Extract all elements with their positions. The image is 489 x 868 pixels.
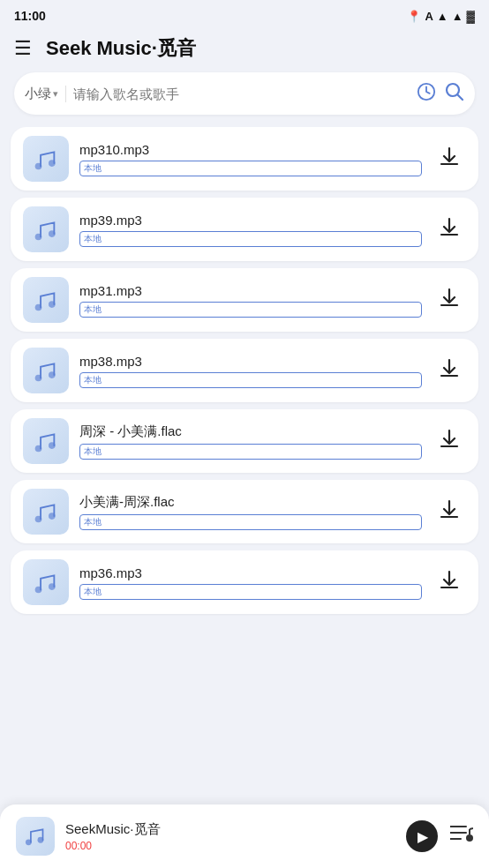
song-badge: 本地 — [79, 161, 422, 176]
svg-point-12 — [35, 375, 42, 382]
song-badge: 本地 — [79, 514, 422, 530]
assistant-icon: A — [425, 10, 433, 23]
signal-icon: ▲ — [452, 10, 463, 23]
song-title: mp39.mp3 — [79, 213, 422, 228]
search-input[interactable] — [73, 86, 417, 101]
download-button[interactable] — [433, 283, 466, 317]
song-info: mp31.mp3 本地 — [79, 283, 422, 318]
download-button[interactable] — [433, 565, 466, 599]
wifi-icon: ▲ — [437, 10, 448, 23]
song-title: 小美满-周深.flac — [79, 494, 422, 511]
list-item[interactable]: 小美满-周深.flac 本地 — [11, 480, 478, 543]
svg-point-16 — [49, 442, 56, 449]
list-item[interactable]: mp36.mp3 本地 — [11, 550, 478, 614]
play-button[interactable]: ▶ — [406, 820, 438, 852]
playlist-icon[interactable] — [450, 824, 473, 849]
song-info: 周深 - 小美满.flac 本地 — [79, 423, 422, 460]
song-title: mp310.mp3 — [79, 142, 422, 157]
song-badge: 本地 — [79, 372, 422, 388]
song-info: 小美满-周深.flac 本地 — [79, 494, 422, 530]
song-info: mp38.mp3 本地 — [79, 354, 422, 388]
svg-point-21 — [35, 587, 42, 594]
song-info: mp310.mp3 本地 — [79, 142, 422, 176]
list-item[interactable]: mp39.mp3 本地 — [11, 198, 478, 261]
download-button[interactable] — [433, 213, 466, 246]
svg-point-25 — [38, 837, 44, 843]
chevron-down-icon: ▾ — [53, 88, 58, 100]
album-art — [23, 136, 69, 182]
menu-icon[interactable]: ☰ — [14, 39, 32, 58]
svg-point-13 — [49, 371, 56, 378]
album-art — [23, 418, 69, 464]
source-selector[interactable]: 小绿 ▾ — [25, 86, 66, 102]
svg-point-22 — [49, 583, 56, 590]
download-button[interactable] — [433, 424, 466, 458]
song-badge: 本地 — [79, 302, 422, 318]
song-badge: 本地 — [79, 231, 422, 247]
svg-point-19 — [49, 513, 56, 520]
svg-point-7 — [49, 230, 56, 237]
svg-point-9 — [35, 304, 42, 311]
download-button[interactable] — [433, 495, 466, 528]
player-album-art — [16, 817, 55, 856]
list-item[interactable]: 周深 - 小美满.flac 本地 — [11, 409, 478, 473]
search-bar: 小绿 ▾ — [14, 72, 475, 115]
song-badge: 本地 — [79, 584, 422, 600]
app-title: Seek Music·觅音 — [46, 35, 196, 62]
bottom-player: SeekMusic·觅音 00:00 ▶ — [0, 804, 489, 868]
album-art — [23, 348, 69, 393]
list-item[interactable]: mp38.mp3 本地 — [11, 339, 478, 402]
status-bar: 11:00 📍 A ▲ ▲ ▓ — [0, 0, 489, 28]
svg-point-15 — [35, 445, 42, 453]
status-icons: 📍 A ▲ ▲ ▓ — [407, 10, 475, 23]
location-icon: 📍 — [407, 10, 421, 23]
status-time: 11:00 — [14, 9, 46, 23]
svg-line-2 — [458, 95, 463, 101]
svg-line-31 — [470, 828, 473, 829]
player-controls: ▶ — [406, 820, 473, 852]
song-badge: 本地 — [79, 444, 422, 460]
song-list: mp310.mp3 本地 mp39.mp3 本地 — [0, 127, 489, 868]
list-item[interactable]: mp31.mp3 本地 — [11, 268, 478, 332]
svg-point-24 — [26, 839, 32, 845]
song-title: mp38.mp3 — [79, 354, 422, 369]
svg-point-18 — [35, 516, 42, 523]
svg-point-29 — [466, 834, 473, 842]
search-icon[interactable] — [443, 80, 464, 107]
song-info: mp36.mp3 本地 — [79, 565, 422, 600]
song-title: mp36.mp3 — [79, 565, 422, 580]
battery-icon: ▓ — [467, 10, 475, 23]
svg-point-4 — [49, 160, 56, 167]
source-label: 小绿 — [25, 86, 51, 102]
list-item[interactable]: mp310.mp3 本地 — [11, 127, 478, 191]
svg-point-3 — [35, 163, 42, 170]
history-icon[interactable] — [417, 82, 436, 106]
song-info: mp39.mp3 本地 — [79, 213, 422, 247]
song-title: 周深 - 小美满.flac — [79, 423, 422, 440]
download-button[interactable] — [433, 142, 466, 176]
album-art — [23, 277, 69, 323]
player-info: SeekMusic·觅音 00:00 — [65, 821, 395, 852]
download-button[interactable] — [433, 354, 466, 387]
player-time: 00:00 — [65, 840, 395, 852]
album-art — [23, 559, 69, 605]
album-art — [23, 206, 69, 252]
song-title: mp31.mp3 — [79, 283, 422, 298]
svg-point-10 — [49, 301, 56, 308]
play-icon: ▶ — [418, 828, 428, 845]
svg-point-6 — [35, 234, 42, 241]
album-art — [23, 489, 69, 535]
player-title: SeekMusic·觅音 — [65, 821, 395, 838]
top-bar: ☰ Seek Music·觅音 — [0, 28, 489, 72]
